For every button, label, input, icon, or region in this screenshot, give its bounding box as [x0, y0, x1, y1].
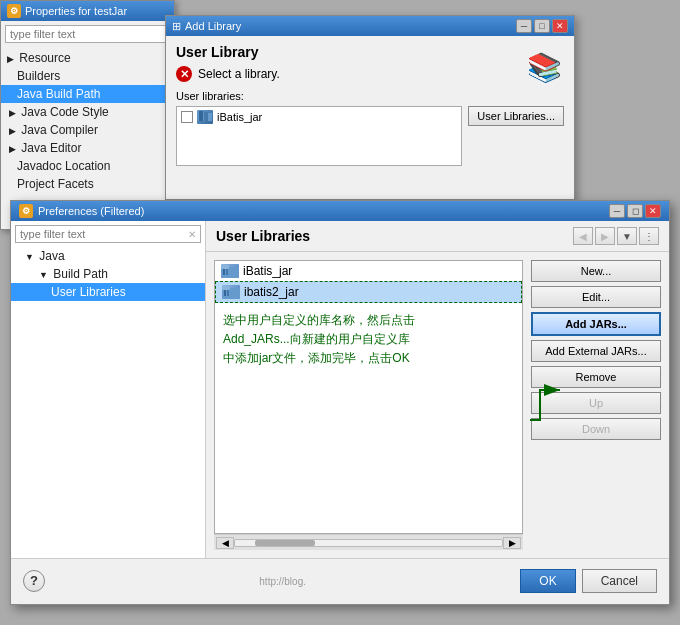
nav-item-java-editor[interactable]: ▶ Java Editor	[1, 139, 174, 157]
pref-nav-build-path-label: Build Path	[53, 267, 108, 281]
add-jars-button[interactable]: Add JARs...	[531, 312, 661, 336]
nav-item-builders[interactable]: Builders	[1, 67, 174, 85]
properties-filter-input[interactable]	[10, 28, 165, 40]
scroll-right-btn[interactable]: ▶	[503, 537, 521, 549]
pref-nav-user-libraries-label: User Libraries	[51, 285, 126, 299]
pref-nav-list: ▼ Java ▼ Build Path User Libraries	[11, 247, 205, 301]
filter-clear-icon[interactable]: ✕	[188, 229, 196, 240]
pref-restore-btn[interactable]: ◻	[627, 204, 643, 218]
pref-minimize-btn[interactable]: ─	[609, 204, 625, 218]
pref-bottom-right: OK Cancel	[520, 569, 657, 593]
nav-item-javadoc-location[interactable]: Javadoc Location	[1, 157, 174, 175]
library-item-icon	[197, 110, 213, 124]
svg-rect-6	[226, 269, 228, 275]
down-button[interactable]: Down	[531, 418, 661, 440]
add-library-content: User Library ✕ Select a library. User li…	[166, 36, 574, 174]
user-lib-buttons: New... Edit... Add JARs... Add External …	[531, 260, 661, 550]
preferences-title: Preferences (Filtered)	[38, 205, 144, 217]
nav-item-java-build-path[interactable]: Java Build Path	[1, 85, 174, 103]
expand-arrow-java-compiler: ▶	[9, 126, 16, 136]
scrollbar-track[interactable]	[234, 539, 503, 547]
scrollbar-thumb	[255, 540, 315, 546]
add-library-icon: ⊞	[172, 20, 181, 33]
pref-main-header: User Libraries ◀ ▶ ▼ ⋮	[206, 221, 669, 252]
lib-list-container: iBatis_jar ibatis2_j	[214, 260, 523, 550]
svg-rect-2	[204, 112, 208, 121]
add-library-heading: User Library	[176, 44, 564, 60]
titlebar-left: ⚙ Properties for testJar	[7, 4, 127, 18]
nav-more-btn[interactable]: ⋮	[639, 227, 659, 245]
nav-item-resource[interactable]: ▶ Resource	[1, 49, 174, 67]
add-library-title-left: ⊞ Add Library	[172, 20, 241, 33]
nav-item-java-compiler[interactable]: ▶ Java Compiler	[1, 121, 174, 139]
nav-item-project-facets[interactable]: Project Facets	[1, 175, 174, 193]
lib-item-ibatis2-jar[interactable]: ibatis2_jar	[215, 281, 522, 303]
lib-folder-icon-1	[221, 264, 239, 278]
add-library-close-btn[interactable]: ✕	[552, 19, 568, 33]
user-libraries-button[interactable]: User Libraries...	[468, 106, 564, 126]
properties-title: Properties for testJar	[25, 5, 127, 17]
preferences-icon: ⚙	[19, 204, 33, 218]
lib-folder-icon-2	[222, 285, 240, 299]
url-text: http://blog.	[259, 576, 306, 587]
library-listbox[interactable]: iBatis_jar	[176, 106, 462, 166]
properties-window-icon: ⚙	[7, 4, 21, 18]
error-row: ✕ Select a library.	[176, 66, 564, 82]
expand-arrow-resource: ▶	[7, 54, 14, 64]
pref-main-title: User Libraries	[216, 228, 310, 244]
pref-nav-build-path[interactable]: ▼ Build Path	[11, 265, 205, 283]
preferences-titlebar: ⚙ Preferences (Filtered) ─ ◻ ✕	[11, 201, 669, 221]
svg-rect-1	[199, 111, 203, 121]
pref-main: User Libraries ◀ ▶ ▼ ⋮	[206, 221, 669, 558]
ok-button[interactable]: OK	[520, 569, 575, 593]
nav-item-java-code-style[interactable]: ▶ Java Code Style	[1, 103, 174, 121]
pref-nav-user-libraries[interactable]: User Libraries	[11, 283, 205, 301]
add-library-maximize-btn[interactable]: □	[534, 19, 550, 33]
nav-label-java-build-path: Java Build Path	[17, 87, 100, 101]
expand-arrow-java-editor: ▶	[9, 144, 16, 154]
up-button[interactable]: Up	[531, 392, 661, 414]
pref-sidebar: ✕ ▼ Java ▼ Build Path User Libraries	[11, 221, 206, 558]
books-icon: 📚	[527, 51, 562, 84]
library-list-row: iBatis_jar User Libraries...	[176, 106, 564, 166]
pref-nav-arrows: ◀ ▶ ▼ ⋮	[573, 227, 659, 245]
help-button[interactable]: ?	[23, 570, 45, 592]
properties-nav-list: ▶ Resource Builders Java Build Path ▶ Ja…	[1, 47, 174, 195]
tri-buildpath: ▼	[39, 270, 48, 280]
add-library-title: Add Library	[185, 20, 241, 32]
add-library-minimize-btn[interactable]: ─	[516, 19, 532, 33]
svg-rect-4	[221, 265, 229, 269]
add-external-jars-button[interactable]: Add External JARs...	[531, 340, 661, 362]
user-lib-list-area[interactable]: iBatis_jar ibatis2_j	[214, 260, 523, 534]
cancel-button[interactable]: Cancel	[582, 569, 657, 593]
nav-label-resource: Resource	[19, 51, 70, 65]
nav-menu-btn[interactable]: ▼	[617, 227, 637, 245]
nav-label-builders: Builders	[17, 69, 60, 83]
nav-back-btn[interactable]: ◀	[573, 227, 593, 245]
edit-button[interactable]: Edit...	[531, 286, 661, 308]
annotation-text: 选中用户自定义的库名称，然后点击 Add_JARs...向新建的用户自定义库 中…	[215, 303, 522, 377]
lib-item-ibatis-jar[interactable]: iBatis_jar	[215, 261, 522, 281]
remove-button[interactable]: Remove	[531, 366, 661, 388]
nav-label-javadoc-location: Javadoc Location	[17, 159, 110, 173]
horizontal-scrollbar[interactable]: ◀ ▶	[214, 534, 523, 550]
preferences-window: ⚙ Preferences (Filtered) ─ ◻ ✕ ✕ ▼ Java …	[10, 200, 670, 605]
svg-rect-9	[224, 290, 226, 296]
pref-filter-input[interactable]	[20, 228, 184, 240]
add-library-window: ⊞ Add Library ─ □ ✕ User Library ✕ Selec…	[165, 15, 575, 200]
properties-filter-box[interactable]	[5, 25, 170, 43]
nav-forward-btn[interactable]: ▶	[595, 227, 615, 245]
error-text: Select a library.	[198, 67, 280, 81]
library-listbox-item[interactable]: iBatis_jar	[179, 109, 459, 125]
pref-body: ✕ ▼ Java ▼ Build Path User Libraries Use…	[11, 221, 669, 558]
new-button[interactable]: New...	[531, 260, 661, 282]
pref-nav-java-label: Java	[39, 249, 64, 263]
pref-nav-java[interactable]: ▼ Java	[11, 247, 205, 265]
scroll-left-btn[interactable]: ◀	[216, 537, 234, 549]
error-icon: ✕	[176, 66, 192, 82]
pref-close-btn[interactable]: ✕	[645, 204, 661, 218]
pref-title-left: ⚙ Preferences (Filtered)	[19, 204, 144, 218]
library-checkbox[interactable]	[181, 111, 193, 123]
pref-filter-box[interactable]: ✕	[15, 225, 201, 243]
add-library-titlebar: ⊞ Add Library ─ □ ✕	[166, 16, 574, 36]
